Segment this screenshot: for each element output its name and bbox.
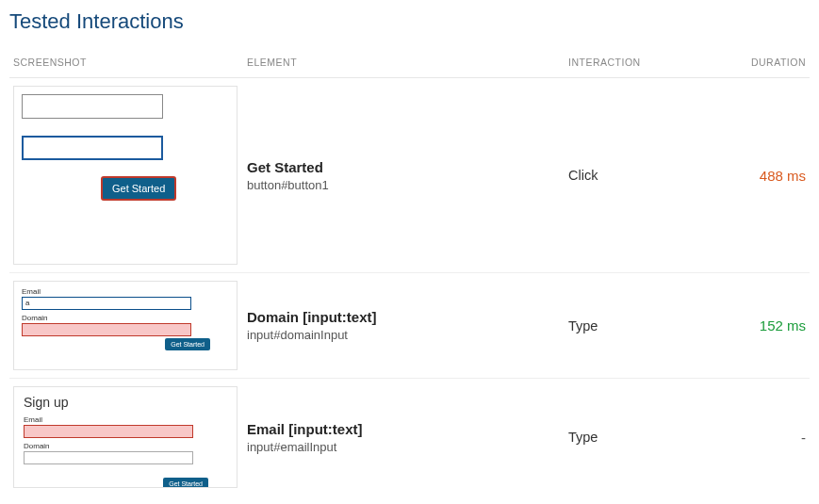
- col-interaction: INTERACTION: [565, 51, 706, 78]
- get-started-button-thumb: Get Started: [165, 338, 210, 350]
- domain-input-thumb: [24, 451, 193, 464]
- element-name: Email [input:text]: [247, 421, 561, 437]
- duration-value: 488 ms: [760, 168, 806, 184]
- col-screenshot: SCREENSHOT: [9, 51, 243, 78]
- email-input-thumb: a: [22, 297, 191, 310]
- screenshot-thumb[interactable]: Get Started: [13, 86, 238, 265]
- page-title: Tested Interactions: [9, 9, 810, 34]
- text-input-focused: [22, 136, 163, 160]
- col-element: ELEMENT: [243, 51, 565, 78]
- interaction-type: Type: [568, 430, 702, 445]
- interactions-table: SCREENSHOT ELEMENT INTERACTION DURATION …: [9, 51, 810, 496]
- interaction-type: Type: [568, 318, 702, 333]
- screenshot-thumb[interactable]: Email a Domain Get Started: [13, 281, 238, 370]
- element-selector: button#button1: [247, 178, 561, 192]
- email-input-thumb: [24, 425, 193, 438]
- text-input-plain: [22, 94, 163, 119]
- screenshot-thumb[interactable]: Sign up Email Domain Get Started: [13, 386, 238, 488]
- duration-value: 152 ms: [760, 317, 806, 333]
- element-name: Domain [input:text]: [247, 309, 561, 325]
- element-selector: input#emailInput: [247, 440, 561, 454]
- get-started-button-thumb: Get Started: [163, 478, 208, 488]
- element-name: Get Started: [247, 159, 561, 175]
- email-label-thumb: Email: [24, 415, 227, 424]
- element-selector: input#domainInput: [247, 328, 561, 342]
- col-duration: DURATION: [706, 51, 810, 78]
- domain-label-thumb: Domain: [22, 314, 229, 322]
- duration-value: -: [801, 430, 806, 446]
- domain-label-thumb: Domain: [24, 442, 227, 450]
- domain-input-thumb: [22, 323, 191, 336]
- signup-title-thumb: Sign up: [24, 395, 227, 410]
- get-started-button-thumb: Get Started: [101, 176, 176, 201]
- email-label-thumb: Email: [22, 287, 229, 296]
- interaction-type: Click: [568, 168, 702, 183]
